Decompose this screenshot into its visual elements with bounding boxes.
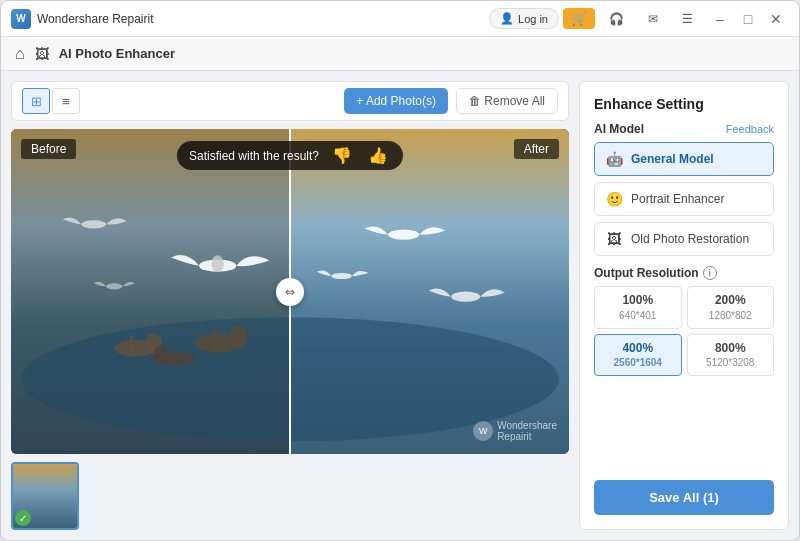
- window-controls: – □ ✕: [707, 6, 789, 32]
- res-200-size: 1280*802: [692, 309, 770, 322]
- res-200-percent: 200%: [692, 293, 770, 309]
- menu-button[interactable]: ☰: [672, 9, 703, 29]
- resolution-info-icon[interactable]: i: [703, 266, 717, 280]
- model-portrait[interactable]: 🙂 Portrait Enhancer: [594, 182, 774, 216]
- grid-view-button[interactable]: ⊞: [22, 88, 50, 114]
- title-bar-left: W Wondershare Repairit: [11, 9, 154, 29]
- feedback-link[interactable]: Feedback: [726, 123, 774, 135]
- before-side: [11, 129, 290, 454]
- resolution-100-button[interactable]: 100% 640*401: [594, 286, 682, 329]
- mail-button[interactable]: ✉: [638, 9, 668, 29]
- res-100-percent: 100%: [599, 293, 677, 309]
- old-photo-model-icon: 🖼: [605, 230, 623, 248]
- page-icon: 🖼: [35, 46, 49, 62]
- ai-model-section: AI Model Feedback 🤖 General Model 🙂 Port…: [594, 122, 774, 256]
- satisfied-tooltip: Satisfied with the result? 👎 👍: [177, 141, 403, 170]
- page-title: AI Photo Enhancer: [59, 46, 175, 61]
- thumbnail-item[interactable]: ✓: [11, 462, 79, 530]
- home-button[interactable]: ⌂: [15, 45, 25, 63]
- enhance-settings-title: Enhance Setting: [594, 96, 774, 112]
- resolution-800-button[interactable]: 800% 5120*3208: [687, 334, 775, 377]
- res-100-size: 640*401: [599, 309, 677, 322]
- thumbnail-check: ✓: [15, 510, 31, 526]
- res-800-percent: 800%: [692, 341, 770, 357]
- resolution-grid: 100% 640*401 200% 1280*802 400% 2560*160…: [594, 286, 774, 376]
- general-model-label: General Model: [631, 152, 714, 166]
- general-model-icon: 🤖: [605, 150, 623, 168]
- model-general[interactable]: 🤖 General Model: [594, 142, 774, 176]
- add-photos-button[interactable]: + Add Photo(s): [344, 88, 448, 114]
- login-button[interactable]: 👤 Log in: [489, 8, 559, 29]
- minimize-button[interactable]: –: [707, 6, 733, 32]
- svg-point-4: [388, 230, 419, 240]
- resolution-label: Output Resolution: [594, 266, 699, 280]
- view-toggles: ⊞ ≡: [22, 88, 80, 114]
- ai-model-header: AI Model Feedback: [594, 122, 774, 136]
- ai-model-label: AI Model: [594, 122, 644, 136]
- main-window: W Wondershare Repairit 👤 Log in 🛒 🎧 ✉ ☰ …: [0, 0, 800, 541]
- resolution-200-button[interactable]: 200% 1280*802: [687, 286, 775, 329]
- thumbnail-strip: ✓: [11, 462, 569, 530]
- model-old-photo[interactable]: 🖼 Old Photo Restoration: [594, 222, 774, 256]
- user-icon: 👤: [500, 12, 514, 25]
- svg-point-14: [331, 273, 352, 279]
- resolution-400-button[interactable]: 400% 2560*1604: [594, 334, 682, 377]
- toolbar-actions: + Add Photo(s) 🗑 Remove All: [344, 88, 558, 114]
- watermark-text: Wondershare Repairit: [497, 420, 557, 442]
- left-panel: ⊞ ≡ + Add Photo(s) 🗑 Remove All: [11, 81, 569, 530]
- portrait-model-label: Portrait Enhancer: [631, 192, 724, 206]
- toolbar: ⊞ ≡ + Add Photo(s) 🗑 Remove All: [11, 81, 569, 121]
- list-view-button[interactable]: ≡: [52, 88, 80, 114]
- grid-icon: ⊞: [31, 94, 42, 109]
- remove-all-button[interactable]: 🗑 Remove All: [456, 88, 558, 114]
- close-button[interactable]: ✕: [763, 6, 789, 32]
- res-800-size: 5120*3208: [692, 356, 770, 369]
- sub-title-bar: ⌂ 🖼 AI Photo Enhancer: [1, 37, 799, 71]
- save-all-button[interactable]: Save All (1): [594, 480, 774, 515]
- image-preview-area: ⇔ Before After Satisfied with the result…: [11, 129, 569, 454]
- old-photo-model-label: Old Photo Restoration: [631, 232, 749, 246]
- list-icon: ≡: [62, 94, 70, 109]
- thumbs-down-button[interactable]: 👎: [329, 146, 355, 165]
- resolution-section: Output Resolution i 100% 640*401 200% 12…: [594, 266, 774, 376]
- maximize-button[interactable]: □: [735, 6, 761, 32]
- after-label: After: [514, 139, 559, 159]
- photo-background: ⇔ Before After Satisfied with the result…: [11, 129, 569, 454]
- before-label: Before: [21, 139, 76, 159]
- satisfied-text: Satisfied with the result?: [189, 149, 319, 163]
- main-content: ⊞ ≡ + Add Photo(s) 🗑 Remove All: [1, 71, 799, 540]
- portrait-model-icon: 🙂: [605, 190, 623, 208]
- thumbs-up-button[interactable]: 👍: [365, 146, 391, 165]
- svg-point-5: [451, 292, 480, 302]
- cart-button[interactable]: 🛒: [563, 8, 595, 29]
- title-bar: W Wondershare Repairit 👤 Log in 🛒 🎧 ✉ ☰ …: [1, 1, 799, 37]
- watermark: W Wondershare Repairit: [473, 420, 557, 442]
- watermark-logo: W: [473, 421, 493, 441]
- app-name: Wondershare Repairit: [37, 12, 154, 26]
- title-bar-right: 👤 Log in 🛒 🎧 ✉ ☰ – □ ✕: [489, 6, 789, 32]
- res-400-size: 2560*1604: [599, 356, 677, 369]
- divider-handle[interactable]: ⇔: [276, 278, 304, 306]
- resolution-header: Output Resolution i: [594, 266, 774, 280]
- res-400-percent: 400%: [599, 341, 677, 357]
- help-button[interactable]: 🎧: [599, 9, 634, 29]
- app-logo: W: [11, 9, 31, 29]
- enhance-settings-panel: Enhance Setting AI Model Feedback 🤖 Gene…: [579, 81, 789, 530]
